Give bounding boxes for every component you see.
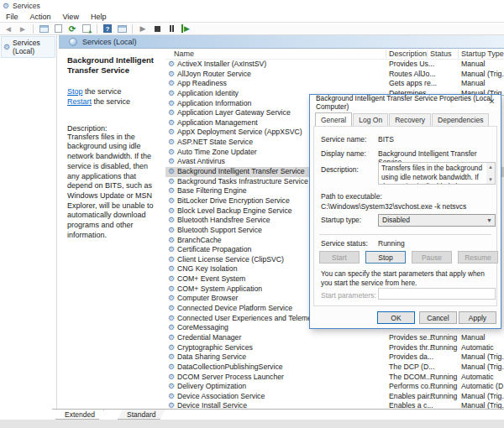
column-header-description[interactable]: Description xyxy=(389,50,427,58)
service-gear-icon: ⚙ xyxy=(168,108,175,118)
service-name-value: BITS xyxy=(378,135,394,144)
service-row[interactable]: ⚙ AllJoyn Router Service Routes AllJo...… xyxy=(165,70,504,80)
service-startup-cell: Manual (Trig... xyxy=(461,401,504,409)
tab-standard[interactable]: Standard xyxy=(118,410,165,420)
chevron-down-icon: ▼ xyxy=(486,215,492,227)
column-header-status[interactable]: Status xyxy=(430,50,452,58)
show-console-tree-icon[interactable] xyxy=(38,23,50,34)
service-description-cell: Provides thr... xyxy=(389,343,433,353)
tab-general[interactable]: General xyxy=(315,112,352,126)
service-name-cell: Auto Time Zone Updater xyxy=(177,148,257,158)
tab-log-on[interactable]: Log On xyxy=(353,113,388,127)
service-name-cell: COM+ System Application xyxy=(177,284,262,295)
app-gear-icon: ⚙ xyxy=(3,2,9,10)
ok-button[interactable]: OK xyxy=(377,311,415,324)
scroll-up-icon[interactable]: ▲ xyxy=(488,164,493,170)
menu-file[interactable]: File xyxy=(0,13,24,21)
menu-view[interactable]: View xyxy=(57,13,85,21)
description-textbox-value: Transfers files in the background using … xyxy=(381,164,482,185)
service-row[interactable]: ⚙ ActiveX Installer (AxInstSV) Provides … xyxy=(165,60,504,70)
path-to-executable-label: Path to executable: xyxy=(321,192,382,201)
service-row[interactable]: ⚙ Cryptographic Services Provides thr...… xyxy=(165,343,504,353)
tree-item-services-local[interactable]: ⚙ Services (Local) xyxy=(1,36,55,58)
service-gear-icon: ⚙ xyxy=(168,382,175,392)
forward-icon[interactable]: ► xyxy=(17,23,29,34)
pane-header: Services (Local) xyxy=(59,35,504,49)
tab-dependencies[interactable]: Dependencies xyxy=(432,113,489,127)
tab-recovery[interactable]: Recovery xyxy=(389,113,431,127)
help-icon[interactable]: ? xyxy=(102,23,113,34)
apply-button[interactable]: Apply xyxy=(459,311,496,324)
service-description-cell: Enables a c... xyxy=(389,401,433,409)
service-gear-icon: ⚙ xyxy=(168,196,175,206)
separator-line xyxy=(319,234,491,235)
stop-button[interactable]: Stop xyxy=(365,251,406,264)
service-name-cell: Background Intelligent Transfer Service xyxy=(177,167,305,177)
column-divider[interactable] xyxy=(427,50,428,58)
service-gear-icon: ⚙ xyxy=(168,206,175,217)
service-name-cell: ASP.NET State Service xyxy=(177,138,253,148)
service-row[interactable]: ⚙ Device Association Service Enables pai… xyxy=(165,392,504,402)
column-header-startup-type[interactable]: Startup Type xyxy=(461,50,504,58)
dialog-titlebar[interactable]: Background Intelligent Transfer Service … xyxy=(310,95,501,109)
pause-service-icon[interactable] xyxy=(165,23,177,34)
menu-help[interactable]: Help xyxy=(85,13,113,21)
menu-action[interactable]: Action xyxy=(24,13,57,21)
refresh-icon[interactable]: ⟳ xyxy=(66,23,78,34)
service-row[interactable]: ⚙ Delivery Optimization Performs co... R… xyxy=(165,382,504,392)
service-row[interactable]: ⚙ Credential Manager Provides se... Runn… xyxy=(165,333,504,343)
service-startup-cell: Manual xyxy=(461,60,486,70)
service-name-cell: Cryptographic Services xyxy=(177,343,253,353)
service-gear-icon: ⚙ xyxy=(168,60,175,70)
description-textbox[interactable]: Transfers files in the background using … xyxy=(378,162,496,185)
service-name-cell: BranchCache xyxy=(177,236,222,246)
service-gear-icon: ⚙ xyxy=(168,373,175,383)
service-startup-cell: Manual (Trig... xyxy=(461,352,504,363)
tab-extended[interactable]: Extended xyxy=(55,410,104,420)
scroll-down-icon[interactable]: ▼ xyxy=(488,176,493,183)
service-name-cell: Bluetooth Support Service xyxy=(177,226,262,236)
properties-icon[interactable] xyxy=(52,23,64,34)
service-name-cell: AllJoyn Router Service xyxy=(177,70,251,80)
resume-button[interactable]: Resume xyxy=(458,251,498,264)
service-gear-icon: ⚙ xyxy=(168,157,175,167)
service-gear-icon: ⚙ xyxy=(168,216,175,226)
stop-service-icon[interactable] xyxy=(151,23,163,34)
pause-button[interactable]: Pause xyxy=(412,251,452,264)
cancel-button[interactable]: Cancel xyxy=(419,311,457,324)
service-row[interactable]: ⚙ Device Install Service Enables a c... … xyxy=(165,401,504,409)
export-list-icon[interactable] xyxy=(81,23,92,34)
start-parameters-input[interactable] xyxy=(378,288,496,300)
service-startup-cell: Manual xyxy=(461,333,486,343)
service-row[interactable]: ⚙ DataCollectionPublishingService The DC… xyxy=(165,363,504,373)
restart-service-text: the service xyxy=(92,97,130,106)
service-name-cell: Block Level Backup Engine Service xyxy=(177,206,292,217)
stop-service-text: the service xyxy=(83,87,122,96)
service-name-cell: App Readiness xyxy=(177,79,227,89)
back-icon[interactable]: ◄ xyxy=(3,23,14,34)
start-service-icon[interactable]: ▶ xyxy=(137,23,149,34)
start-parameters-note: You can specify the start parameters tha… xyxy=(321,269,493,288)
service-row[interactable]: ⚙ Data Sharing Service Provides da... Ma… xyxy=(165,352,504,363)
restart-service-icon[interactable]: ▶ xyxy=(180,23,192,34)
textbox-scrollbar[interactable]: ▲▼ xyxy=(486,163,495,184)
column-divider[interactable] xyxy=(386,50,386,58)
startup-type-dropdown[interactable]: Disabled ▼ xyxy=(378,214,496,227)
service-gear-icon: ⚙ xyxy=(168,128,175,138)
service-gear-icon: ⚙ xyxy=(168,352,175,363)
service-status-cell: Running xyxy=(430,382,457,392)
service-row[interactable]: ⚙ DCOM Server Process Launcher The DCOM.… xyxy=(165,373,504,383)
column-divider[interactable] xyxy=(458,50,459,58)
service-gear-icon: ⚙ xyxy=(168,79,175,89)
service-properties-dialog: Background Intelligent Transfer Service … xyxy=(309,94,501,329)
column-header-name[interactable]: Name xyxy=(174,50,194,58)
close-icon[interactable]: ✕ xyxy=(486,97,497,107)
restart-service-link[interactable]: Restart xyxy=(67,97,92,106)
service-startup-cell: Manual xyxy=(461,79,486,89)
service-row[interactable]: ⚙ App Readiness Gets apps re... Manual xyxy=(165,79,504,89)
service-gear-icon: ⚙ xyxy=(168,70,175,80)
stop-service-link[interactable]: Stop xyxy=(67,87,83,96)
start-button[interactable]: Start xyxy=(319,251,360,264)
show-pane-icon[interactable] xyxy=(116,23,128,34)
service-gear-icon: ⚙ xyxy=(168,333,175,343)
